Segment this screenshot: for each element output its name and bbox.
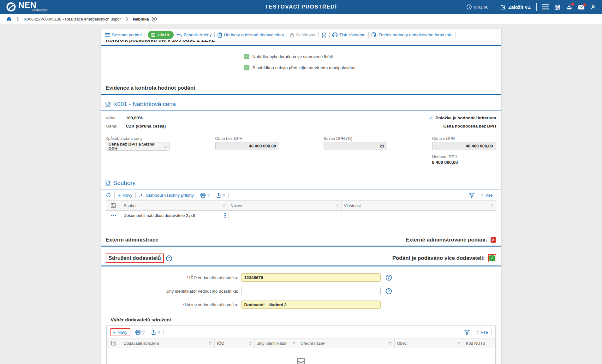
breadcrumb-procurement-link[interactable]: N006/25/V00005136 - Realizace energetick…: [24, 17, 121, 21]
association-toolbar: + Nový ▽ ▽ ▽ Vše: [107, 326, 495, 338]
export-button[interactable]: ▽: [216, 193, 225, 198]
vat-amount-field: Hodnota DPH 8 400 000,00: [432, 154, 496, 165]
divider: [145, 32, 145, 38]
files-table: Soubor▽ Název▽ Vlastnost▽ Dokument s nab…: [106, 200, 496, 220]
filter-funnel-icon[interactable]: [469, 193, 474, 198]
leader-name-input[interactable]: [241, 301, 381, 309]
files-col-vlastnost[interactable]: Vlastnost▽: [342, 201, 496, 210]
file-title-cell[interactable]: [228, 211, 342, 220]
column-filter-icon[interactable]: ▽: [491, 204, 493, 207]
downloads-button[interactable]: [566, 4, 572, 10]
watch-notifications-button[interactable]: [321, 32, 326, 38]
column-filter-icon[interactable]: ▽: [293, 342, 295, 345]
row-actions-button[interactable]: [106, 211, 121, 220]
table-row[interactable]: Dokument s nabídkou dodavatele 2.pdf: [106, 211, 496, 220]
clock: 9:02:06: [466, 4, 488, 10]
column-settings-button[interactable]: [107, 338, 121, 348]
divider: [478, 193, 478, 198]
leader-name-row: *Název vedoucího účastníka:: [101, 301, 501, 309]
multiple-suppliers-checkbox[interactable]: ✓: [489, 255, 495, 261]
vat-rate-input[interactable]: [324, 142, 387, 150]
home-icon[interactable]: [6, 16, 12, 21]
files-subsection-heading: Soubory: [101, 180, 501, 187]
external-admin-label: Externě administrované podání:: [406, 237, 487, 243]
supplier-sent-values-button[interactable]: Hodnoty odeslané dodavatelem: [218, 33, 284, 38]
column-settings-icon: [111, 203, 116, 208]
divider: [329, 32, 330, 38]
price-with-vat-field: Cena s DPH Hodnota DPH 8 400 000,00: [432, 136, 496, 165]
weight-value: 100,00%: [126, 116, 143, 120]
column-filter-icon[interactable]: ▽: [389, 342, 392, 345]
save-icon: [151, 33, 156, 37]
messages-button[interactable]: [578, 4, 585, 10]
vat-amount-label: Hodnota DPH: [432, 154, 496, 159]
print-list-button[interactable]: ▽: [135, 330, 145, 335]
leader-other-id-input[interactable]: [241, 287, 381, 295]
cell-menu-icon[interactable]: [224, 213, 226, 218]
divider: [536, 3, 537, 11]
save-button[interactable]: Uložit: [148, 31, 174, 39]
help-icon[interactable]: ?: [386, 275, 392, 281]
export-button[interactable]: ▽: [151, 330, 160, 335]
hamburger-icon: [542, 4, 549, 9]
discard-changes-button[interactable]: Zahodit změny: [176, 33, 212, 37]
refresh-button[interactable]: [106, 193, 111, 198]
close-tab-icon[interactable]: [152, 16, 157, 22]
create-vz-button[interactable]: Založit VZ: [500, 4, 531, 10]
clipboard-icon: [218, 33, 222, 38]
files-col-soubor[interactable]: Soubor▽: [121, 201, 228, 210]
new-association-supplier-button[interactable]: + Nový: [110, 328, 131, 336]
print-list-button[interactable]: ▽: [200, 193, 210, 198]
nen-logo-icon: [6, 2, 16, 12]
print-record-button[interactable]: Tisk záznamu: [332, 33, 366, 37]
files-toolbar: + Nový Stáhnout všechny přílohy ▽ ▽ ▽ Vš…: [101, 193, 501, 198]
puzzle-icon: [105, 180, 111, 186]
nen-logo[interactable]: NEN Zadavatel: [6, 2, 48, 12]
menu-button[interactable]: [542, 4, 549, 9]
column-filter-icon[interactable]: ▽: [223, 204, 225, 207]
calendar-button[interactable]: [554, 4, 560, 10]
share-export-icon: [216, 193, 221, 198]
price-entry-method-label: Způsob zadání ceny: [106, 136, 170, 141]
column-filter-icon[interactable]: ▽: [249, 342, 252, 345]
price-entry-method-select[interactable]: Cena bez DPH a Sazba DPH: [106, 142, 170, 151]
show-all-filter-button[interactable]: ▽ Vše: [481, 193, 492, 198]
column-filter-icon[interactable]: ▽: [209, 342, 212, 345]
change-offer-form-values-button[interactable]: Změnit hodnoty nabídkového formuláře: [372, 32, 453, 38]
file-name-cell[interactable]: Dokument s nabídkou dodavatele 2.pdf: [121, 211, 228, 220]
leader-name-label: *Název vedoucího účastníka:: [101, 302, 241, 307]
leader-ico-input[interactable]: [241, 273, 381, 282]
assoc-col-ico[interactable]: IČO▽: [215, 338, 255, 348]
list-of-submissions-button[interactable]: Seznam podání: [105, 33, 142, 37]
help-icon[interactable]: ?: [166, 255, 172, 261]
criterion-check-icon: ✓: [429, 115, 433, 121]
assoc-col-nuts[interactable]: Kód NUTS: [463, 338, 495, 348]
filter-funnel-icon[interactable]: [464, 330, 470, 335]
assoc-col-uredni[interactable]: Úřední název▽: [298, 338, 395, 348]
files-col-nazev[interactable]: Název▽: [228, 201, 342, 210]
file-property-cell[interactable]: [342, 211, 496, 220]
user-profile-button[interactable]: [590, 4, 596, 10]
external-admin-checkbox[interactable]: ✕: [491, 237, 496, 243]
assoc-col-jiny[interactable]: Jiný identifikátor▽: [255, 338, 298, 348]
new-file-button[interactable]: + Nový: [118, 193, 133, 198]
divider: [318, 32, 319, 38]
vat-amount-value: 8 400 000,00: [432, 160, 496, 165]
column-filter-icon[interactable]: ▽: [458, 342, 461, 345]
download-all-attachments-button[interactable]: Stáhnout všechny přílohy: [139, 193, 194, 198]
help-icon[interactable]: ?: [386, 288, 392, 294]
current-time: 9:02:06: [474, 5, 488, 9]
vat-rate-field: Sazba DPH (%): [324, 136, 387, 150]
price-without-vat-input[interactable]: [215, 142, 279, 150]
assoc-col-obec[interactable]: Obec▽: [395, 338, 463, 348]
show-all-filter-button[interactable]: ▽ Vše: [476, 330, 488, 335]
price-with-vat-label: Cena s DPH: [432, 136, 496, 141]
divider: [287, 32, 287, 38]
printer-icon: [200, 193, 206, 198]
assoc-col-dodavatel[interactable]: Dodavatel sdružení▽: [121, 338, 215, 348]
caret-down-icon: ▽: [207, 194, 210, 197]
price-with-vat-input[interactable]: [432, 142, 496, 150]
multiple-suppliers-label: Podání je podáváno více dodavateli:: [392, 255, 485, 261]
column-settings-button[interactable]: [106, 201, 121, 210]
column-filter-icon[interactable]: ▽: [336, 204, 339, 207]
